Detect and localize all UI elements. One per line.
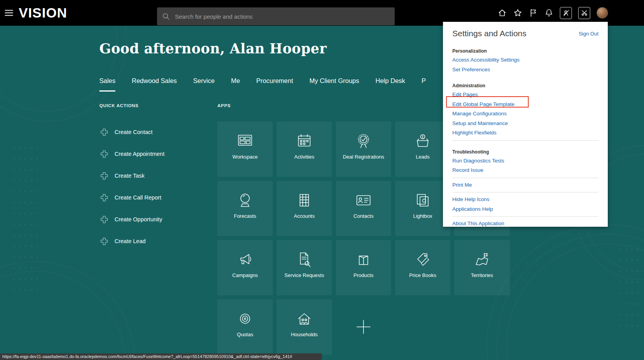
section-heading-administration: Administration bbox=[452, 83, 598, 88]
apps-heading: APPS bbox=[217, 103, 231, 108]
tab-redwood-sales[interactable]: Redwood Sales bbox=[132, 77, 177, 92]
campaigns-icon bbox=[236, 250, 254, 269]
scissors-toolbar-button[interactable] bbox=[578, 7, 590, 19]
plus-icon bbox=[99, 193, 109, 203]
quick-actions-heading: QUICK ACTIONS bbox=[99, 103, 139, 108]
app-tile-leads[interactable]: Leads bbox=[395, 122, 450, 177]
accounts-icon bbox=[295, 191, 314, 210]
menu-item-record-issue[interactable]: Record Issue bbox=[452, 166, 598, 175]
plus-icon bbox=[99, 127, 109, 137]
service-requests-icon bbox=[295, 250, 314, 269]
quick-action-label: Create Opportunity bbox=[115, 216, 162, 222]
tab-me[interactable]: Me bbox=[231, 77, 240, 92]
app-tile-price-books[interactable]: Price Books bbox=[395, 240, 450, 295]
global-search-box bbox=[157, 7, 395, 25]
plus-icon bbox=[99, 236, 109, 246]
plus-icon bbox=[99, 215, 109, 224]
tab-help-desk[interactable]: Help Desk bbox=[376, 77, 405, 92]
quick-action-label: Create Call Report bbox=[115, 194, 161, 201]
app-tile-campaigns[interactable]: Campaigns bbox=[217, 240, 273, 295]
quick-action-create-call-report[interactable]: Create Call Report bbox=[99, 192, 164, 203]
settings-and-actions-panel: Settings and Actions Sign Out Personaliz… bbox=[443, 22, 608, 227]
menu-item-setup-and-maintenance[interactable]: Setup and Maintenance bbox=[452, 119, 598, 129]
app-tile-deal-registrations[interactable]: Deal Registrations bbox=[336, 122, 391, 177]
menu-item-run-diagnostics-tests[interactable]: Run Diagnostics Tests bbox=[452, 156, 598, 166]
sign-out-link[interactable]: Sign Out bbox=[579, 31, 598, 37]
favorites-star-icon[interactable] bbox=[513, 8, 522, 18]
scissors-icon bbox=[580, 9, 588, 17]
tab-truncated[interactable]: P bbox=[422, 77, 426, 92]
app-tile-service-requests[interactable]: Service Requests bbox=[277, 240, 332, 295]
tab-sales[interactable]: Sales bbox=[99, 77, 115, 92]
tab-service[interactable]: Service bbox=[193, 77, 215, 92]
app-tile-products[interactable]: Products bbox=[336, 240, 391, 295]
dot-pattern bbox=[618, 244, 641, 330]
quick-action-create-contact[interactable]: Create Contact bbox=[99, 126, 164, 138]
quick-action-create-appointment[interactable]: Create Appointment bbox=[99, 148, 164, 160]
leads-icon bbox=[413, 132, 432, 150]
quick-action-label: Create Appointment bbox=[115, 151, 164, 157]
announcements-flag-icon[interactable] bbox=[529, 8, 538, 18]
notifications-bell-icon[interactable] bbox=[544, 8, 554, 18]
app-tile-quotas[interactable]: Quotas bbox=[217, 299, 273, 355]
app-tile-workspace[interactable]: Workspace bbox=[217, 122, 273, 177]
deal-registrations-icon bbox=[354, 132, 373, 150]
app-tile-accounts[interactable]: Accounts bbox=[277, 181, 332, 236]
menu-item-set-preferences[interactable]: Set Preferences bbox=[452, 65, 598, 75]
quick-action-label: Create Lead bbox=[115, 238, 146, 244]
divider bbox=[452, 140, 598, 141]
menu-item-edit-pages[interactable]: Edit Pages bbox=[452, 90, 598, 100]
status-bar-url: https://fa-eqgi-dev11-saasfademo1.ds-fa.… bbox=[0, 353, 322, 360]
divider bbox=[452, 216, 598, 217]
hamburger-menu-icon[interactable] bbox=[4, 8, 14, 18]
households-icon bbox=[295, 309, 314, 328]
app-tile-forecasts[interactable]: Forecasts bbox=[217, 181, 273, 236]
user-avatar[interactable] bbox=[596, 7, 608, 19]
search-icon bbox=[162, 12, 170, 21]
person-slash-icon bbox=[562, 9, 570, 17]
menu-item-manage-configurations[interactable]: Manage Configurations bbox=[452, 109, 598, 119]
menu-item-hide-help-icons[interactable]: Hide Help Icons bbox=[452, 195, 598, 205]
global-search-input[interactable] bbox=[170, 7, 395, 25]
quick-actions-list: Create Contact Create Appointment Create… bbox=[99, 126, 164, 247]
app-tile-lightbox[interactable]: Lightbox bbox=[395, 181, 450, 236]
menu-item-about-this-application[interactable]: About This Application bbox=[452, 219, 598, 227]
menu-item-access-accessibility-settings[interactable]: Access Accessibility Settings bbox=[452, 55, 598, 65]
add-app-tile[interactable] bbox=[336, 299, 391, 355]
menu-item-print-me[interactable]: Print Me bbox=[452, 180, 598, 190]
section-heading-troubleshooting: Troubleshooting bbox=[452, 149, 598, 155]
menu-item-edit-global-page-template[interactable]: Edit Global Page Template bbox=[452, 100, 598, 109]
dot-pattern bbox=[11, 143, 38, 298]
activities-icon bbox=[295, 132, 314, 150]
menu-item-applications-help[interactable]: Applications Help bbox=[452, 205, 598, 214]
territories-icon bbox=[473, 250, 491, 269]
plus-icon bbox=[99, 149, 109, 159]
springboard-tabs: Sales Redwood Sales Service Me Procureme… bbox=[99, 77, 426, 92]
contacts-icon bbox=[354, 191, 373, 210]
app-tile-households[interactable]: Households bbox=[277, 299, 332, 355]
products-icon bbox=[354, 250, 373, 269]
app-tile-contacts[interactable]: Contacts bbox=[336, 181, 391, 236]
divider bbox=[452, 192, 598, 192]
menu-item-highlight-flexfields[interactable]: Highlight Flexfields bbox=[452, 128, 598, 138]
quotas-icon bbox=[236, 309, 254, 328]
tab-my-client-groups[interactable]: My Client Groups bbox=[309, 77, 359, 92]
add-plus-icon bbox=[355, 318, 372, 336]
quick-action-create-lead[interactable]: Create Lead bbox=[99, 235, 164, 247]
panel-title: Settings and Actions bbox=[452, 29, 526, 38]
quick-action-create-opportunity[interactable]: Create Opportunity bbox=[99, 214, 164, 225]
page-greeting: Good afternoon, Alan Hooper bbox=[99, 41, 327, 56]
quick-action-create-task[interactable]: Create Task bbox=[99, 170, 164, 182]
person-slash-toolbar-button[interactable] bbox=[560, 7, 572, 19]
plus-icon bbox=[99, 171, 109, 181]
forecasts-icon bbox=[236, 191, 254, 210]
app-tile-territories[interactable]: Territories bbox=[454, 240, 510, 295]
vision-logo[interactable]: VISION bbox=[19, 5, 67, 21]
quick-action-label: Create Contact bbox=[115, 129, 153, 135]
home-icon[interactable] bbox=[498, 8, 507, 18]
price-books-icon bbox=[413, 250, 432, 269]
quick-action-label: Create Task bbox=[115, 173, 145, 179]
app-tile-activities[interactable]: Activities bbox=[277, 122, 332, 177]
tab-procurement[interactable]: Procurement bbox=[256, 77, 293, 92]
workspace-icon bbox=[236, 132, 254, 150]
